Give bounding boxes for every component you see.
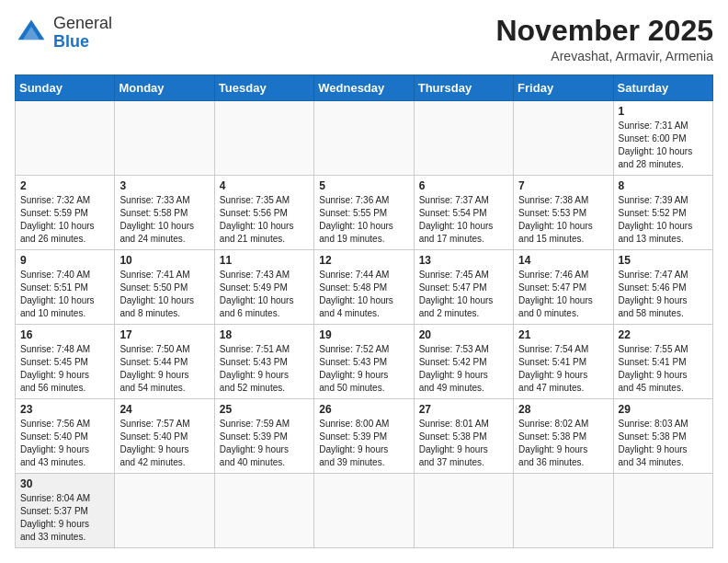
day-number: 7 [518,179,608,192]
calendar-day-cell: 28Sunrise: 8:02 AM Sunset: 5:38 PM Dayli… [514,399,613,474]
day-info: Sunrise: 7:47 AM Sunset: 5:46 PM Dayligh… [619,269,708,320]
day-number: 15 [619,254,708,267]
day-info: Sunrise: 8:00 AM Sunset: 5:39 PM Dayligh… [319,418,408,469]
calendar-day-cell [214,474,313,548]
day-number: 10 [119,254,209,267]
day-number: 14 [518,254,608,267]
calendar-week-row: 2Sunrise: 7:32 AM Sunset: 5:59 PM Daylig… [16,176,713,250]
day-number: 8 [619,179,708,192]
day-info: Sunrise: 7:37 AM Sunset: 5:54 PM Dayligh… [419,194,508,246]
calendar-day-cell: 17Sunrise: 7:50 AM Sunset: 5:44 PM Dayli… [115,325,214,399]
day-info: Sunrise: 7:36 AM Sunset: 5:55 PM Dayligh… [319,194,408,246]
calendar-day-cell: 27Sunrise: 8:01 AM Sunset: 5:38 PM Dayli… [414,399,513,474]
day-info: Sunrise: 7:48 AM Sunset: 5:45 PM Dayligh… [20,343,109,395]
day-number: 12 [319,254,408,267]
day-info: Sunrise: 7:50 AM Sunset: 5:44 PM Dayligh… [119,343,209,395]
header: GeneralBlue November 2025 Arevashat, Arm… [15,15,713,63]
day-info: Sunrise: 8:03 AM Sunset: 5:38 PM Dayligh… [619,418,708,469]
day-info: Sunrise: 7:53 AM Sunset: 5:42 PM Dayligh… [419,343,508,395]
day-number: 9 [20,254,109,267]
calendar-day-cell [414,474,513,548]
day-number: 18 [220,328,309,341]
day-number: 11 [220,254,309,267]
weekday-header: Sunday [16,75,115,101]
day-info: Sunrise: 7:40 AM Sunset: 5:51 PM Dayligh… [20,269,109,320]
calendar-day-cell: 9Sunrise: 7:40 AM Sunset: 5:51 PM Daylig… [16,250,115,325]
calendar-table: SundayMondayTuesdayWednesdayThursdayFrid… [15,75,713,548]
calendar-day-cell [314,474,414,548]
logo-text: GeneralBlue [53,15,112,52]
day-number: 2 [20,179,109,192]
day-number: 29 [619,403,708,416]
calendar-day-cell: 8Sunrise: 7:39 AM Sunset: 5:52 PM Daylig… [613,176,712,250]
day-number: 26 [319,403,408,416]
calendar-day-cell [214,101,313,176]
day-number: 22 [619,328,708,341]
day-info: Sunrise: 7:33 AM Sunset: 5:58 PM Dayligh… [119,194,209,246]
day-number: 3 [119,179,209,192]
day-number: 30 [20,477,109,490]
day-number: 25 [220,403,309,416]
day-number: 16 [20,328,109,341]
calendar-day-cell: 15Sunrise: 7:47 AM Sunset: 5:46 PM Dayli… [613,250,712,325]
calendar-day-cell: 14Sunrise: 7:46 AM Sunset: 5:47 PM Dayli… [514,250,613,325]
calendar-day-cell [16,101,115,176]
day-number: 13 [419,254,508,267]
day-info: Sunrise: 7:55 AM Sunset: 5:41 PM Dayligh… [619,343,708,395]
day-number: 19 [319,328,408,341]
calendar-day-cell: 22Sunrise: 7:55 AM Sunset: 5:41 PM Dayli… [613,325,712,399]
day-info: Sunrise: 7:39 AM Sunset: 5:52 PM Dayligh… [619,194,708,246]
calendar-week-row: 30Sunrise: 8:04 AM Sunset: 5:37 PM Dayli… [16,474,713,548]
calendar-day-cell: 5Sunrise: 7:36 AM Sunset: 5:55 PM Daylig… [314,176,414,250]
calendar-day-cell [115,101,214,176]
calendar-header-row: SundayMondayTuesdayWednesdayThursdayFrid… [16,75,713,101]
calendar-day-cell: 20Sunrise: 7:53 AM Sunset: 5:42 PM Dayli… [414,325,513,399]
day-number: 23 [20,403,109,416]
day-number: 17 [119,328,209,341]
day-number: 28 [518,403,608,416]
day-info: Sunrise: 7:57 AM Sunset: 5:40 PM Dayligh… [119,418,209,469]
calendar-week-row: 23Sunrise: 7:56 AM Sunset: 5:40 PM Dayli… [16,399,713,474]
calendar-day-cell: 26Sunrise: 8:00 AM Sunset: 5:39 PM Dayli… [314,399,414,474]
calendar-day-cell: 25Sunrise: 7:59 AM Sunset: 5:39 PM Dayli… [214,399,313,474]
day-info: Sunrise: 7:41 AM Sunset: 5:50 PM Dayligh… [119,269,209,320]
day-number: 4 [220,179,309,192]
day-number: 27 [419,403,508,416]
day-info: Sunrise: 7:35 AM Sunset: 5:56 PM Dayligh… [220,194,309,246]
weekday-header: Thursday [414,75,513,101]
calendar-day-cell [414,101,513,176]
calendar-day-cell: 6Sunrise: 7:37 AM Sunset: 5:54 PM Daylig… [414,176,513,250]
calendar-day-cell: 23Sunrise: 7:56 AM Sunset: 5:40 PM Dayli… [16,399,115,474]
weekday-header: Tuesday [214,75,313,101]
calendar-day-cell: 29Sunrise: 8:03 AM Sunset: 5:38 PM Dayli… [613,399,712,474]
calendar-day-cell [514,474,613,548]
calendar-day-cell [314,101,414,176]
day-info: Sunrise: 8:04 AM Sunset: 5:37 PM Dayligh… [20,492,109,544]
calendar-day-cell: 7Sunrise: 7:38 AM Sunset: 5:53 PM Daylig… [514,176,613,250]
day-info: Sunrise: 8:01 AM Sunset: 5:38 PM Dayligh… [419,418,508,469]
day-info: Sunrise: 8:02 AM Sunset: 5:38 PM Dayligh… [518,418,608,469]
day-info: Sunrise: 7:43 AM Sunset: 5:49 PM Dayligh… [220,269,309,320]
day-info: Sunrise: 7:38 AM Sunset: 5:53 PM Dayligh… [518,194,608,246]
calendar-subtitle: Arevashat, Armavir, Armenia [495,49,713,63]
day-number: 6 [419,179,508,192]
calendar-title: November 2025 [495,15,713,47]
calendar-day-cell: 4Sunrise: 7:35 AM Sunset: 5:56 PM Daylig… [214,176,313,250]
calendar-day-cell [613,474,712,548]
logo: GeneralBlue [15,15,112,52]
calendar-day-cell: 12Sunrise: 7:44 AM Sunset: 5:48 PM Dayli… [314,250,414,325]
calendar-day-cell: 16Sunrise: 7:48 AM Sunset: 5:45 PM Dayli… [16,325,115,399]
day-info: Sunrise: 7:32 AM Sunset: 5:59 PM Dayligh… [20,194,109,246]
day-info: Sunrise: 7:59 AM Sunset: 5:39 PM Dayligh… [220,418,309,469]
weekday-header: Friday [514,75,613,101]
weekday-header: Monday [115,75,214,101]
day-info: Sunrise: 7:31 AM Sunset: 6:00 PM Dayligh… [619,120,708,171]
calendar-day-cell: 18Sunrise: 7:51 AM Sunset: 5:43 PM Dayli… [214,325,313,399]
calendar-day-cell: 3Sunrise: 7:33 AM Sunset: 5:58 PM Daylig… [115,176,214,250]
calendar-day-cell: 1Sunrise: 7:31 AM Sunset: 6:00 PM Daylig… [613,101,712,176]
calendar-day-cell [514,101,613,176]
day-info: Sunrise: 7:52 AM Sunset: 5:43 PM Dayligh… [319,343,408,395]
day-info: Sunrise: 7:44 AM Sunset: 5:48 PM Dayligh… [319,269,408,320]
calendar-week-row: 16Sunrise: 7:48 AM Sunset: 5:45 PM Dayli… [16,325,713,399]
logo-icon [15,17,48,50]
